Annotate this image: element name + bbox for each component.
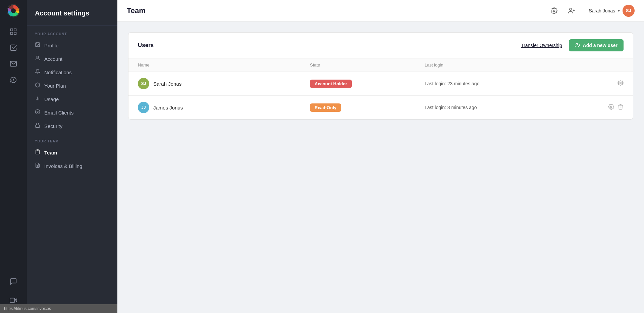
avatar: JJ xyxy=(138,102,149,113)
checklist-icon[interactable] xyxy=(6,40,21,55)
sidebar-item-notifications-label: Notifications xyxy=(44,70,72,75)
sidebar-item-account[interactable]: Account xyxy=(27,52,117,65)
sidebar-item-team[interactable]: Team xyxy=(27,146,117,159)
sidebar-item-profile[interactable]: Profile xyxy=(27,39,117,52)
your-team-label: YOUR TEAM xyxy=(27,133,117,146)
svg-rect-7 xyxy=(10,298,15,303)
gear-icon[interactable] xyxy=(608,104,614,111)
svg-rect-3 xyxy=(14,29,16,31)
row-actions xyxy=(597,104,624,111)
topbar-divider xyxy=(583,6,583,15)
sidebar-title: Account settings xyxy=(27,0,117,26)
content-area: Users Transfer Ownership Add a new user … xyxy=(117,21,644,313)
sidebar-item-profile-label: Profile xyxy=(44,43,59,48)
svg-point-15 xyxy=(37,111,38,113)
svg-point-28 xyxy=(610,106,612,107)
history-icon[interactable] xyxy=(6,73,21,87)
svg-point-10 xyxy=(37,56,38,58)
svg-point-27 xyxy=(620,82,622,84)
add-user-label: Add a new user xyxy=(583,43,618,48)
last-login: Last login: 23 minutes ago xyxy=(425,81,597,86)
svg-rect-17 xyxy=(37,149,38,150)
status-badge: Account Holder xyxy=(310,80,352,88)
svg-point-1 xyxy=(11,8,16,13)
col-last-login: Last login xyxy=(425,62,597,68)
card-header: Users Transfer Ownership Add a new user xyxy=(128,33,633,58)
svg-point-9 xyxy=(37,44,37,44)
svg-point-20 xyxy=(553,10,555,11)
email-clients-icon xyxy=(35,109,40,116)
avatar: SJ xyxy=(138,78,149,89)
sidebar-item-security-label: Security xyxy=(44,123,62,129)
table-header: Name State Last login xyxy=(128,58,633,72)
row-actions xyxy=(597,80,624,88)
your-account-label: YOUR ACCOUNT xyxy=(27,26,117,39)
last-login: Last login: 8 minutes ago xyxy=(425,105,597,110)
dashboard-icon[interactable] xyxy=(6,24,21,39)
svg-point-14 xyxy=(35,109,40,114)
sidebar: Account settings YOUR ACCOUNT Profile Ac… xyxy=(27,0,117,313)
sidebar-item-email-clients[interactable]: Email Clients xyxy=(27,106,117,119)
topbar-avatar: SJ xyxy=(623,5,635,17)
team-icon xyxy=(35,149,40,156)
mail-icon[interactable] xyxy=(6,56,21,71)
sidebar-item-team-label: Team xyxy=(44,150,57,155)
svg-point-24 xyxy=(576,43,578,45)
page-title: Team xyxy=(127,6,146,15)
card-header-actions: Transfer Ownership Add a new user xyxy=(521,39,624,51)
settings-icon-btn[interactable] xyxy=(548,5,560,17)
user-name: Sarah Jonas xyxy=(153,81,181,87)
billing-icon xyxy=(35,163,40,169)
sidebar-item-usage-label: Usage xyxy=(44,96,59,102)
statusbar-url: https://litmus.com/invoices xyxy=(4,306,51,311)
users-section-title: Users xyxy=(138,42,154,49)
svg-rect-2 xyxy=(11,29,13,31)
account-icon xyxy=(35,55,40,62)
app-logo[interactable] xyxy=(7,4,20,17)
transfer-ownership-link[interactable]: Transfer Ownership xyxy=(521,43,562,48)
notifications-icon xyxy=(35,69,40,76)
user-name: James Jonus xyxy=(153,105,183,110)
topbar-user[interactable]: Sarah Jonas ▾ SJ xyxy=(589,5,635,17)
sidebar-item-security[interactable]: Security xyxy=(27,119,117,133)
sidebar-item-billing[interactable]: Invoices & Billing xyxy=(27,159,117,173)
chat-rail-icon[interactable] xyxy=(6,274,21,289)
user-name-cell: JJ James Jonus xyxy=(138,102,310,113)
col-state: State xyxy=(310,62,425,68)
svg-marker-6 xyxy=(15,299,17,302)
svg-rect-4 xyxy=(11,32,13,34)
chevron-down-icon: ▾ xyxy=(618,8,620,13)
topbar-user-name: Sarah Jonas xyxy=(589,8,615,13)
status-badge: Read-Only xyxy=(310,103,341,112)
sidebar-item-notifications[interactable]: Notifications xyxy=(27,65,117,79)
main-content: Team Sarah Jonas ▾ SJ xyxy=(117,0,644,313)
topbar-right: Sarah Jonas ▾ SJ xyxy=(548,5,635,17)
table-row: SJ Sarah Jonas Account Holder Last login… xyxy=(128,72,633,96)
gear-icon[interactable] xyxy=(618,80,624,88)
add-person-icon-btn[interactable] xyxy=(566,5,578,17)
table-row: JJ James Jonus Read-Only Last login: 8 m… xyxy=(128,96,633,119)
user-name-cell: SJ Sarah Jonas xyxy=(138,78,310,89)
topbar: Team Sarah Jonas ▾ SJ xyxy=(117,0,644,21)
sidebar-item-account-label: Account xyxy=(44,56,62,62)
users-card: Users Transfer Ownership Add a new user … xyxy=(128,32,633,120)
svg-rect-5 xyxy=(14,32,16,34)
usage-icon xyxy=(35,96,40,102)
plan-icon xyxy=(35,82,40,89)
col-actions xyxy=(597,62,624,68)
svg-point-21 xyxy=(570,8,572,10)
sidebar-item-billing-label: Invoices & Billing xyxy=(44,163,82,169)
sidebar-item-usage[interactable]: Usage xyxy=(27,92,117,106)
icon-rail xyxy=(0,0,27,313)
col-name: Name xyxy=(138,62,310,68)
security-icon xyxy=(35,123,40,129)
svg-rect-16 xyxy=(36,125,40,127)
sidebar-item-email-clients-label: Email Clients xyxy=(44,110,74,116)
sidebar-item-plan[interactable]: Your Plan xyxy=(27,79,117,92)
trash-icon[interactable] xyxy=(618,104,624,111)
sidebar-item-plan-label: Your Plan xyxy=(44,83,66,89)
user-state-cell: Read-Only xyxy=(310,103,425,112)
user-state-cell: Account Holder xyxy=(310,80,425,88)
profile-icon xyxy=(35,42,40,49)
add-user-button[interactable]: Add a new user xyxy=(569,39,624,51)
